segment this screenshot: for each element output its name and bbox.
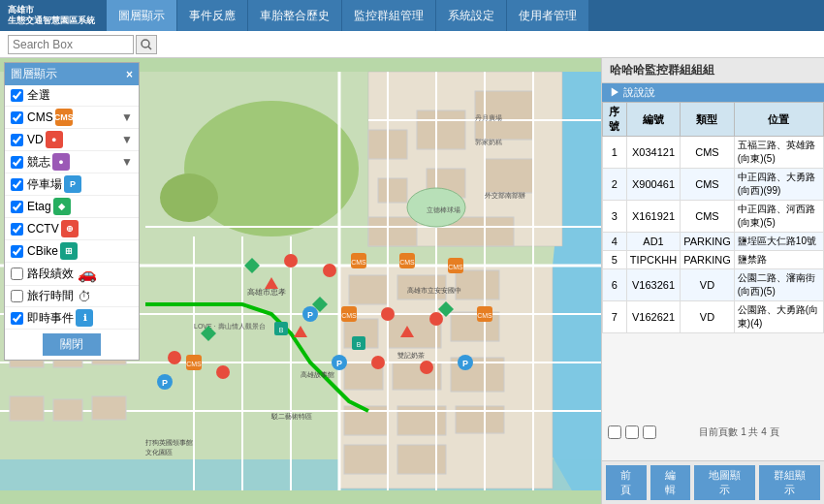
svg-rect-26: [397, 445, 446, 474]
search-bar: [0, 31, 824, 58]
layer-label-cms: CMS: [27, 110, 53, 124]
search-input[interactable]: [8, 35, 134, 54]
table-row[interactable]: 4 AD1 PARKING 鹽埕區大仁路10號: [603, 233, 824, 251]
svg-text:立德棒球場: 立德棒球場: [427, 206, 460, 214]
table-row[interactable]: 1 X034121 CMS 五福三路、英雄路(向東)(5): [603, 137, 824, 169]
edit-button[interactable]: 編輯: [650, 465, 691, 500]
cell-seq: 4: [603, 233, 627, 251]
cell-location: 鹽禁路: [734, 251, 823, 269]
layer-item-road-perf: 路段績效 🚗: [5, 263, 139, 286]
cell-code: TIPCKHH: [626, 251, 680, 269]
svg-point-75: [284, 254, 298, 268]
layer-checkbox-road-perf[interactable]: [11, 268, 23, 280]
layer-checkbox-all[interactable]: [11, 89, 23, 102]
layer-panel-header: 圖層顯示 ×: [5, 63, 139, 85]
svg-point-28: [160, 173, 218, 222]
layer-checkbox-travel[interactable]: [11, 290, 23, 302]
svg-point-79: [371, 356, 385, 369]
page-checkbox-3[interactable]: [643, 425, 656, 439]
app-logo: 高雄市 生態交通智慧園區系統: [8, 5, 95, 26]
layer-label-license: 競志: [27, 154, 50, 171]
layer-panel-title: 圖層顯示: [11, 66, 57, 82]
layer-item-license: 競志 ● ▼: [5, 151, 139, 173]
main-area: 立德棒球場 高雄市忠孝 LOVE · 壽山情人觀景台 高雄故事館 打狗英國領事館…: [0, 58, 824, 504]
search-icon: [141, 39, 152, 50]
vd-chevron-icon: ▼: [121, 133, 133, 146]
svg-point-80: [420, 361, 433, 374]
svg-rect-51: [92, 396, 126, 420]
cell-type: CMS: [681, 137, 735, 169]
map-view-button[interactable]: 地圖顯示: [694, 465, 755, 500]
page-info: 目前頁數 1 共 4 頁: [660, 425, 818, 439]
tab-history[interactable]: 車胎整合歷史: [248, 0, 342, 31]
cell-code: V163261: [626, 269, 680, 301]
app-header: 高雄市 生態交通智慧園區系統 圖層顯示 事件反應 車胎整合歷史 監控群組管理 系…: [0, 0, 824, 31]
group-view-button[interactable]: 群組顯示: [759, 465, 820, 500]
table-row[interactable]: 2 X900461 CMS 中正四路、大勇路(向西)(99): [603, 169, 824, 201]
layer-item-all: 全選: [5, 85, 139, 107]
tab-layer[interactable]: 圖層顯示: [107, 0, 177, 31]
layer-item-cbike: CBike ⊞: [5, 240, 139, 263]
nav-tabs: 圖層顯示 事件反應 車胎整合歷史 監控群組管理 系統設定 使用者管理: [107, 0, 589, 31]
vd-icon: ●: [46, 131, 63, 148]
table-row[interactable]: 7 V162621 VD 公園路、大勇路(向東)(4): [603, 301, 824, 333]
svg-text:駁二藝術特區: 駁二藝術特區: [270, 413, 312, 420]
svg-text:CMS: CMS: [186, 361, 202, 367]
col-code: 編號: [626, 103, 680, 137]
page-checkbox-1[interactable]: [608, 425, 621, 439]
svg-text:打狗英國領事館: 打狗英國領事館: [144, 439, 193, 447]
svg-text:CMS: CMS: [351, 259, 366, 266]
svg-rect-20: [393, 362, 441, 390]
svg-point-76: [323, 264, 336, 277]
layer-checkbox-etag[interactable]: [11, 201, 23, 213]
license-chevron-icon: ▼: [121, 155, 133, 169]
svg-rect-13: [349, 275, 388, 304]
layer-checkbox-license[interactable]: [11, 156, 23, 169]
cell-seq: 3: [603, 201, 627, 233]
cell-seq: 7: [603, 301, 627, 333]
page-checkbox-2[interactable]: [625, 425, 639, 439]
pagination: 目前頁數 1 共 4 頁: [602, 422, 824, 443]
prev-page-button[interactable]: 前頁: [606, 465, 647, 500]
search-button[interactable]: [136, 35, 157, 54]
svg-line-1: [148, 47, 151, 49]
layer-checkbox-incident[interactable]: [11, 312, 23, 325]
table-row[interactable]: 5 TIPCKHH PARKING 鹽禁路: [603, 251, 824, 269]
svg-rect-7: [378, 178, 407, 203]
table-row[interactable]: 6 V163261 VD 公園二路、瀋南街(向西)(5): [603, 269, 824, 301]
logo-line1: 高雄市: [8, 5, 95, 16]
table-container[interactable]: 序號 編號 類型 位置 1 X034121 CMS 五福三路、英雄路(向東)(5…: [602, 102, 824, 422]
layer-close-button[interactable]: 關閉: [43, 333, 101, 356]
tab-events[interactable]: 事件反應: [177, 0, 248, 31]
svg-text:B: B: [357, 341, 362, 348]
tab-users[interactable]: 使用者管理: [507, 0, 589, 31]
layer-items-list: 全選 CMS CMS ▼ VD ● ▼: [5, 85, 139, 330]
svg-point-27: [184, 101, 359, 236]
layer-label-cbike: CBike: [27, 244, 58, 258]
layer-panel-close-btn[interactable]: ×: [126, 68, 133, 81]
tab-system[interactable]: 系統設定: [436, 0, 507, 31]
cell-type: PARKING: [681, 233, 735, 251]
svg-text:高雄故事館: 高雄故事館: [301, 371, 334, 378]
data-table: 序號 編號 類型 位置 1 X034121 CMS 五福三路、英雄路(向東)(5…: [602, 102, 824, 333]
layer-checkbox-cbike[interactable]: [11, 245, 23, 258]
layer-item-incident: 即時事件 ℹ: [5, 307, 139, 330]
layer-checkbox-cctv[interactable]: [11, 223, 23, 236]
cctv-icon: ⊕: [61, 220, 79, 237]
layer-checkbox-parking[interactable]: [11, 178, 23, 191]
cell-type: VD: [681, 269, 735, 301]
cell-location: 中正四路、大勇路(向西)(99): [734, 169, 823, 201]
layer-label-cctv: CCTV: [27, 222, 59, 236]
svg-text:高雄市忠孝: 高雄市忠孝: [247, 288, 286, 297]
svg-text:CMS: CMS: [448, 264, 463, 270]
map-area[interactable]: 立德棒球場 高雄市忠孝 LOVE · 壽山情人觀景台 高雄故事館 打狗英國領事館…: [0, 58, 601, 504]
layer-panel: 圖層顯示 × 全選 CMS CMS ▼ VD: [4, 62, 140, 361]
cell-code: AD1: [626, 233, 680, 251]
tab-monitor[interactable]: 監控群組管理: [342, 0, 436, 31]
table-row[interactable]: 3 X161921 CMS 中正四路、河西路(向東)(5): [603, 201, 824, 233]
cell-seq: 6: [603, 269, 627, 301]
cell-seq: 2: [603, 169, 627, 201]
svg-text:外交部南部辦: 外交部南部辦: [485, 192, 525, 200]
layer-checkbox-vd[interactable]: [11, 134, 23, 146]
layer-checkbox-cms[interactable]: [11, 111, 23, 124]
